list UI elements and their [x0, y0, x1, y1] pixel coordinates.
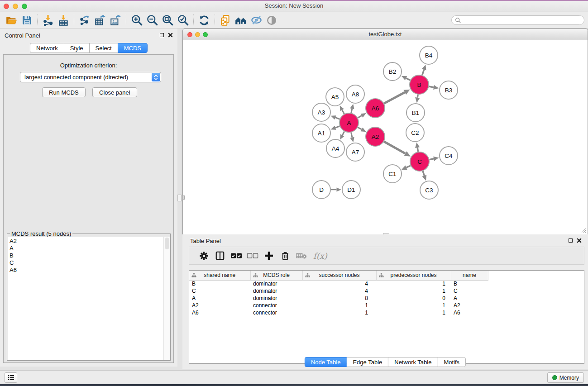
result-item[interactable]: A	[10, 245, 163, 252]
edge-C-C2[interactable]	[417, 148, 418, 152]
tab-style[interactable]: Style	[64, 43, 90, 53]
network-window-titlebar[interactable]: testGlobe.txt	[183, 29, 588, 40]
panel-divider-handle[interactable]	[177, 195, 182, 201]
task-history-button[interactable]	[5, 372, 17, 383]
table-row[interactable]: Cdominator41C	[189, 287, 488, 295]
arrowhead-icon	[350, 137, 354, 143]
node-table-grid[interactable]: shared nameMCDS rolesuccessor nodesprede…	[189, 271, 488, 316]
edge-C-C1[interactable]	[406, 166, 411, 167]
tab-select[interactable]: Select	[89, 43, 118, 53]
deselect-all-button[interactable]	[244, 248, 261, 263]
mcds-result-list[interactable]: A2ABCA6	[8, 237, 163, 360]
memory-button[interactable]: Memory	[547, 372, 584, 383]
edge-A-A7[interactable]	[351, 133, 352, 138]
delete-table-button[interactable]	[293, 248, 310, 263]
float-panel-icon[interactable]	[569, 238, 573, 243]
copy-network-icon	[220, 14, 231, 26]
edge-A2-C[interactable]	[384, 142, 405, 154]
edge-C-C4[interactable]	[430, 159, 434, 160]
table-row[interactable]: A2connector11A2	[189, 302, 488, 309]
arrowhead-icon	[433, 85, 439, 90]
edge-B-B4[interactable]	[422, 70, 424, 75]
edge-B-B1[interactable]	[417, 95, 418, 98]
tab-mcds[interactable]: MCDS	[118, 43, 148, 53]
delete-columns-button[interactable]	[277, 248, 293, 263]
search-input[interactable]	[451, 15, 584, 25]
table-options-button[interactable]	[196, 248, 212, 263]
close-panel-button[interactable]: Close panel	[92, 87, 137, 97]
result-scrollbar[interactable]	[163, 237, 170, 360]
import-network-button[interactable]	[40, 14, 56, 27]
close-panel-icon[interactable]	[168, 33, 173, 38]
tab-network-table[interactable]: Network Table	[388, 357, 438, 367]
tab-edge-table[interactable]: Edge Table	[346, 357, 388, 367]
show-selected-button[interactable]	[264, 14, 279, 27]
result-item[interactable]: A2	[10, 238, 163, 245]
edge-A-A5[interactable]	[342, 110, 344, 114]
close-panel-icon[interactable]	[577, 238, 582, 243]
tab-node-table[interactable]: Node Table	[305, 357, 347, 367]
run-mcds-button[interactable]: Run MCDS	[42, 87, 86, 97]
export-table-button[interactable]	[92, 14, 108, 27]
table-row[interactable]: Bdominator41B	[189, 280, 488, 287]
refresh-layout-icon	[198, 14, 210, 26]
column-header-shared-name[interactable]: shared name	[189, 271, 250, 280]
resize-grip-icon[interactable]	[581, 228, 587, 233]
table-row[interactable]: Adominator80A	[189, 295, 488, 302]
column-header-name[interactable]: name	[451, 271, 488, 280]
edge-A6-B[interactable]	[384, 92, 405, 104]
zoom-view-button[interactable]	[203, 32, 208, 37]
close-view-button[interactable]	[187, 32, 192, 37]
edge-A-A1[interactable]	[335, 126, 340, 128]
zoom-out-button[interactable]	[144, 14, 160, 27]
edge-A-A2[interactable]	[358, 127, 362, 129]
control-panel: Control Panel NetworkStyleSelectMCDS Opt…	[0, 29, 177, 367]
export-image-button[interactable]	[108, 14, 123, 27]
minimize-view-button[interactable]	[195, 32, 200, 37]
gear-icon	[199, 251, 209, 261]
zoom-window-button[interactable]	[22, 4, 27, 9]
edge-A-A8[interactable]	[351, 109, 352, 113]
zoom-in-button[interactable]	[129, 14, 144, 27]
result-item[interactable]: A6	[10, 267, 163, 274]
result-item[interactable]: B	[10, 252, 163, 259]
edge-A-A6[interactable]	[358, 115, 362, 118]
node-label-A1: A1	[318, 130, 325, 137]
save-session-button[interactable]	[19, 14, 34, 27]
tab-network[interactable]: Network	[30, 43, 64, 53]
zoom-selected-button[interactable]	[175, 14, 191, 27]
tab-motifs[interactable]: Motifs	[437, 357, 466, 367]
edge-A-A4[interactable]	[342, 131, 344, 135]
edge-A-A3[interactable]	[335, 118, 340, 119]
network-canvas[interactable]: B4B2BB3A8A5A6A3B1AC2A1A2A4A7C4CC1C3DD1	[183, 41, 588, 234]
select-all-button[interactable]	[228, 248, 244, 263]
table-row[interactable]: A6connector11A6	[189, 309, 488, 316]
node-label-A5: A5	[331, 94, 339, 100]
show-columns-button[interactable]	[212, 248, 228, 263]
result-item[interactable]: C	[10, 259, 163, 267]
minimize-window-button[interactable]	[13, 4, 18, 9]
first-neighbors-button[interactable]	[233, 14, 249, 27]
node-table: shared nameMCDS rolesuccessor nodesprede…	[189, 270, 584, 364]
import-table-button[interactable]	[56, 14, 71, 27]
zoom-fit-button[interactable]	[160, 14, 175, 27]
function-builder-label[interactable]: f(x)	[313, 251, 327, 261]
canvas-edge-mark	[182, 195, 185, 200]
criterion-dropdown[interactable]: largest connected component (directed)	[20, 72, 161, 82]
node-label-B3: B3	[445, 87, 453, 94]
column-header-predecessor-nodes[interactable]: predecessor nodes	[376, 271, 451, 280]
close-window-button[interactable]	[4, 4, 9, 9]
float-panel-icon[interactable]	[160, 33, 164, 37]
edge-C-C3[interactable]	[423, 171, 424, 176]
column-header-MCDS-role[interactable]: MCDS role	[250, 271, 302, 280]
open-session-button[interactable]	[4, 14, 19, 27]
search-field	[451, 15, 584, 25]
add-column-button[interactable]	[261, 248, 277, 263]
export-network-button[interactable]	[77, 14, 92, 27]
network-from-selection-button[interactable]	[218, 14, 233, 27]
hide-selected-button[interactable]	[249, 14, 264, 27]
column-header-successor-nodes[interactable]: successor nodes	[302, 271, 376, 280]
apply-layout-button[interactable]	[196, 14, 212, 27]
edge-B-B2[interactable]	[406, 78, 410, 81]
edge-B-B3[interactable]	[429, 86, 434, 87]
